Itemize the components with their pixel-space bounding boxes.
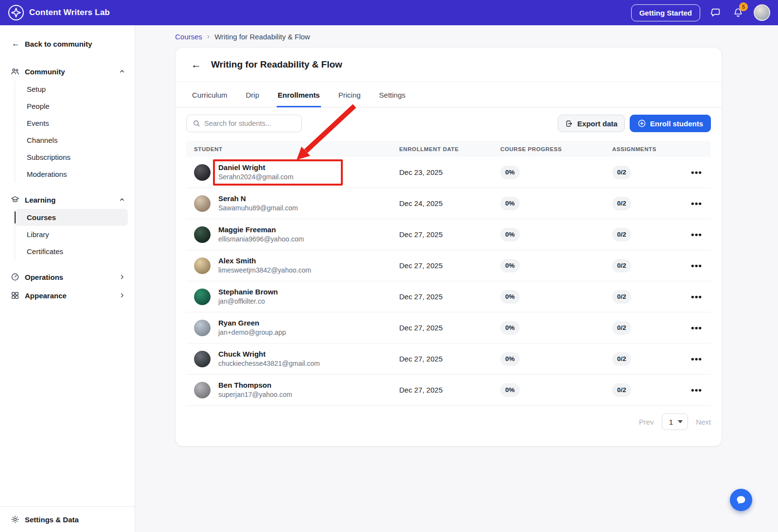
page-number: 1 [669,418,673,426]
breadcrumb-separator-icon: › [207,32,210,41]
progress-badge: 0% [500,352,520,366]
export-data-button[interactable]: Export data [558,115,625,132]
sidebar-item-events[interactable]: Events [15,115,128,132]
enroll-students-button[interactable]: Enroll students [630,115,711,132]
breadcrumb-courses-link[interactable]: Courses [175,33,202,41]
enrollment-date: Dec 24, 2025 [399,199,500,207]
back-arrow-icon[interactable]: ← [191,59,201,70]
row-menu-button[interactable]: ••• [691,294,702,299]
student-name: Daniel Wright [218,163,293,172]
operations-icon [11,273,19,281]
avatar [194,257,211,274]
student-email: jan+demo@group.app [218,328,286,337]
export-data-label: Export data [577,120,618,128]
enrollment-date: Dec 27, 2025 [399,355,500,363]
brand-logo-icon [8,4,24,21]
sidebar-item-channels[interactable]: Channels [15,132,128,149]
chevron-up-icon [119,69,125,74]
enrollment-date: Dec 27, 2025 [399,324,500,332]
row-menu-button[interactable]: ••• [691,357,702,361]
table-row[interactable]: Serah N Sawamuhu89@gmail.com Dec 24, 202… [186,188,711,219]
row-menu-button[interactable]: ••• [691,263,702,268]
sidebar-item-setup[interactable]: Setup [15,81,128,98]
student-name: Stephanie Brown [218,288,278,297]
search-input[interactable] [204,120,296,127]
tab-enrollments[interactable]: Enrollments [277,82,321,107]
community-items: Setup People Events Channels Subscriptio… [15,81,128,183]
enrollment-date: Dec 23, 2025 [399,168,500,176]
sidebar-item-library[interactable]: Library [15,226,128,243]
assignments-badge: 0/2 [612,197,631,210]
sidebar-section-community[interactable]: Community [0,62,135,81]
sidebar-section-learning[interactable]: Learning [0,190,135,209]
notifications-bell-icon[interactable]: 5 [731,6,745,19]
table-row[interactable]: Ryan Green jan+demo@group.app Dec 27, 20… [186,312,711,343]
back-to-community-link[interactable]: ← Back to community [0,36,135,51]
tab-curriculum[interactable]: Curriculum [191,82,229,107]
sidebar-item-certificates[interactable]: Certificates [15,243,128,260]
progress-badge: 0% [500,259,520,273]
notification-badge: 5 [739,2,748,11]
student-email: limesweetjm3842@yahoo.com [218,266,311,275]
tab-drip[interactable]: Drip [245,82,261,107]
pagination: Prev 1 Next [186,413,711,430]
brand-name: Content Writers Lab [29,8,110,17]
prev-page-button[interactable]: Prev [639,418,654,426]
course-title-row: ← Writing for Readability & Flow [176,48,722,82]
progress-badge: 0% [500,197,520,210]
page-select[interactable]: 1 [662,413,688,430]
assignments-badge: 0/2 [612,383,631,397]
user-avatar[interactable] [754,4,770,21]
progress-badge: 0% [500,166,520,179]
chevron-right-icon [119,274,125,280]
sidebar-item-subscriptions[interactable]: Subscriptions [15,149,128,166]
enrollments-toolbar: Export data Enroll students [186,114,711,133]
settings-and-data-link[interactable]: Settings & Data [0,506,135,532]
table-row[interactable]: Chuck Wright chuckiechesse43821@gmail.co… [186,343,711,375]
student-name: Maggie Freeman [218,225,304,235]
chevron-right-icon [119,292,125,298]
messages-icon[interactable] [709,6,723,19]
tab-settings[interactable]: Settings [378,82,407,107]
tab-pricing[interactable]: Pricing [337,82,362,107]
getting-started-button[interactable]: Getting Started [631,4,700,21]
sidebar-item-people[interactable]: People [15,98,128,115]
enrollment-date: Dec 27, 2025 [399,386,500,394]
next-page-button[interactable]: Next [696,418,711,426]
table-row[interactable]: Ben Thompson superjan17@yahoo.com Dec 27… [186,375,711,406]
col-header-enrollment-date: ENROLLMENT DATE [399,146,500,152]
progress-badge: 0% [500,321,520,335]
search-icon [193,120,200,127]
sidebar-section-operations[interactable]: Operations [0,268,135,286]
row-menu-button[interactable]: ••• [691,232,702,237]
appearance-icon [11,291,19,300]
student-email: chuckiechesse43821@gmail.com [218,359,320,368]
settings-and-data-label: Settings & Data [25,515,79,524]
row-menu-button[interactable]: ••• [691,388,702,393]
sidebar-section-appearance[interactable]: Appearance [0,286,135,305]
search-box[interactable] [186,115,302,132]
sidebar-item-courses[interactable]: Courses [15,209,128,226]
avatar [194,226,211,243]
avatar [194,382,211,398]
support-chat-button[interactable] [730,489,752,511]
row-menu-button[interactable]: ••• [691,170,702,175]
table-row[interactable]: Maggie Freeman ellismania9696@yahoo.com … [186,219,711,250]
plus-circle-icon [637,119,646,128]
back-to-community-label: Back to community [25,40,92,48]
student-email: ellismania9696@yahoo.com [218,235,304,243]
enrollment-date: Dec 27, 2025 [399,292,500,301]
col-header-student: STUDENT [186,146,399,152]
table-row[interactable]: Stephanie Brown jan@offkilter.co Dec 27,… [186,281,711,312]
brand-logo-group[interactable]: Content Writers Lab [8,4,110,21]
breadcrumb-current: Writing for Readability & Flow [214,33,310,41]
table-row[interactable]: Alex Smith limesweetjm3842@yahoo.com Dec… [186,250,711,281]
student-email: Serahn2024@gmail.com [218,172,293,181]
progress-badge: 0% [500,228,520,241]
sidebar-item-moderations[interactable]: Moderations [15,166,128,183]
avatar [194,320,211,336]
table-row[interactable]: Daniel Wright Serahn2024@gmail.com Dec 2… [186,157,711,188]
row-menu-button[interactable]: ••• [691,201,702,206]
row-menu-button[interactable]: ••• [691,326,702,330]
course-tabs: Curriculum Drip Enrollments Pricing Sett… [176,82,722,107]
